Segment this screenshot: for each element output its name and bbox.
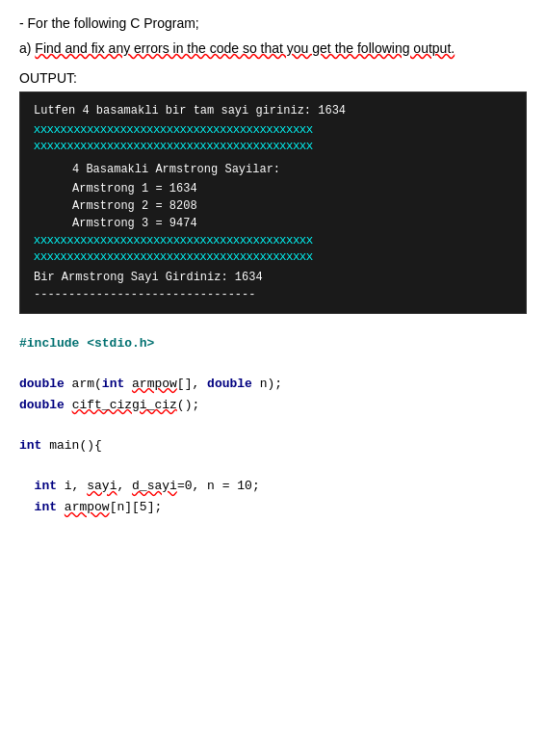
terminal-footer: Bir Armstrong Sayi Girdiniz: 1634 xyxy=(34,269,512,286)
code-vars2: int armpow[n][5]; xyxy=(19,497,527,518)
underline-text: Find and fix any errors in the code so t… xyxy=(35,40,455,56)
int-kw1: int xyxy=(102,377,124,391)
question-header: - For the following C Program; a) Find a… xyxy=(19,15,527,59)
armpow2-squiggle: armpow xyxy=(65,500,110,514)
header-line1: - For the following C Program; xyxy=(19,15,527,31)
terminal-armstrong-header: 4 Basamakli Armstrong Sayilar: xyxy=(72,161,512,178)
code-func1: double arm(int armpow[], double n); xyxy=(19,374,527,395)
cift-squiggle: cift_cizgi_ciz xyxy=(72,398,177,412)
terminal-xline4: XXXXXXXXXXXXXXXXXXXXXXXXXXXXXXXXXXXXXXXX… xyxy=(34,248,512,265)
dsayi-squiggle: d_sayi xyxy=(132,479,177,493)
armpow-squiggle: armpow xyxy=(132,377,177,391)
int-kw-main: int xyxy=(19,438,41,453)
double-kw3: double xyxy=(19,398,65,412)
include-keyword: #include <stdio.h> xyxy=(19,336,154,351)
header-line2: a) Find and fix any errors in the code s… xyxy=(19,39,527,59)
double-kw1: double xyxy=(19,377,65,391)
terminal-xline2: XXXXXXXXXXXXXXXXXXXXXXXXXXXXXXXXXXXXXXXX… xyxy=(34,138,512,154)
sayi-squiggle: sayi xyxy=(87,479,117,493)
terminal-output: Lutfen 4 basamakli bir tam sayi giriniz:… xyxy=(19,91,527,314)
output-label: OUTPUT: xyxy=(19,70,527,86)
terminal-dashes: -------------------------------- xyxy=(34,286,512,303)
double-kw2: double xyxy=(207,377,252,391)
terminal-xline1: XXXXXXXXXXXXXXXXXXXXXXXXXXXXXXXXXXXXXXXX… xyxy=(34,121,512,138)
int-kw-vars2: int xyxy=(35,500,57,514)
terminal-armstrong3: Armstrong 3 = 9474 xyxy=(72,215,512,232)
terminal-xline3: XXXXXXXXXXXXXXXXXXXXXXXXXXXXXXXXXXXXXXXX… xyxy=(34,232,512,248)
code-vars1: int i, sayi, d_sayi=0, n = 10; xyxy=(19,476,527,497)
code-func2: double cift_cizgi_ciz(); xyxy=(19,395,527,416)
int-kw-vars1: int xyxy=(35,479,57,493)
terminal-prompt: Lutfen 4 basamakli bir tam sayi giriniz:… xyxy=(34,102,512,119)
code-include: #include <stdio.h> xyxy=(19,333,527,354)
terminal-armstrong2: Armstrong 2 = 8208 xyxy=(72,197,512,215)
code-main: int main(){ xyxy=(19,435,527,456)
code-section: #include <stdio.h> double arm(int armpow… xyxy=(19,333,527,519)
terminal-armstrong1: Armstrong 1 = 1634 xyxy=(72,180,512,197)
